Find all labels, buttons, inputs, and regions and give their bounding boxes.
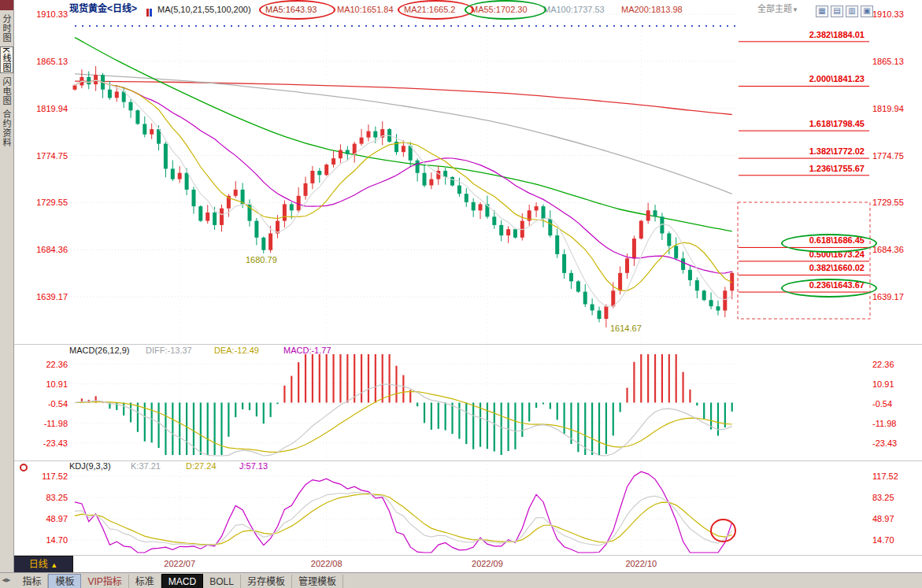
- y-axis-label: 10.91: [872, 379, 918, 390]
- y-axis-label: -23.43: [22, 438, 68, 449]
- ma-value-2: MA10:1651.84: [337, 5, 394, 15]
- fib-level-label-4: 1.236\1755.67: [739, 164, 865, 174]
- toolbar-tab-2[interactable]: 模板: [48, 574, 81, 588]
- ma-value-1: MA5:1643.93: [265, 5, 317, 15]
- sidebar-tab-3[interactable]: 闪电图: [1, 77, 13, 105]
- macd-value-1: DEA:-12.49: [214, 346, 259, 356]
- tab-scroll-buttons[interactable]: ◀▶: [0, 573, 13, 583]
- macd-indicator-title: MACD(26,12,9): [69, 346, 129, 356]
- swing-low-label-september: 1614.67: [610, 324, 642, 334]
- sidebar-tab-4[interactable]: 合约资料: [1, 109, 13, 147]
- x-axis-date-label: 2022/09: [468, 559, 506, 569]
- y-axis-label: 14.70: [22, 535, 68, 545]
- y-axis-label: 14.70: [872, 535, 918, 545]
- kdj-indicator-title: KDJ(9,3,3): [69, 461, 111, 472]
- fib-level-label-0: 2.382\1884.01: [739, 30, 865, 40]
- y-axis-label: 1865.13: [872, 57, 918, 67]
- layout-rows-icon[interactable]: ▤: [831, 6, 843, 17]
- macd-panel[interactable]: [71, 354, 737, 457]
- macd-value-0: DIFF:-13.37: [146, 346, 192, 356]
- toolbar-tab-7[interactable]: 另存模板: [241, 575, 292, 588]
- y-axis-label: 1729.55: [22, 198, 68, 208]
- fib-level-label-6: 0.500\1673.24: [739, 250, 865, 260]
- x-axis-date-label: 2022/08: [308, 559, 346, 569]
- y-axis-label: 1639.17: [872, 292, 918, 302]
- theme-selector-button[interactable]: 全部主题▼: [757, 4, 798, 15]
- chart-type-icon[interactable]: [146, 6, 156, 14]
- x-axis-date-label: 2022/07: [161, 559, 198, 569]
- y-axis-label: 22.36: [872, 360, 918, 370]
- period-selector-button[interactable]: 日线 ▲: [13, 556, 73, 574]
- y-axis-label: 1684.36: [872, 245, 918, 255]
- y-axis-label: 1639.17: [22, 292, 68, 302]
- sidebar-tab-2[interactable]: K线图: [0, 46, 13, 73]
- y-axis-label: 1819.94: [22, 104, 68, 114]
- layout-columns-icon[interactable]: ▥: [846, 6, 858, 17]
- trading-app-window: 分时图K线图闪电图合约资料 现货黄金<日线> MA(5,10,21,55,100…: [0, 0, 922, 588]
- left-sidebar: 分时图K线图闪电图合约资料: [0, 0, 14, 572]
- kdj-value-1: D:27.24: [186, 461, 217, 472]
- toolbar-tab-5[interactable]: MACD: [161, 574, 203, 588]
- y-axis-label: 117.52: [872, 472, 918, 482]
- ma-value-6: MA200:1813.98: [621, 5, 683, 15]
- panel-divider: [13, 344, 922, 345]
- indicator-icon[interactable]: [20, 464, 28, 472]
- y-axis-label: 1774.75: [22, 151, 68, 161]
- fib-level-label-2: 1.618\1798.45: [739, 119, 865, 129]
- y-axis-label: -0.54: [872, 399, 918, 409]
- x-axis-date-label: 2022/10: [622, 559, 660, 569]
- app-logo-icon: [0, 0, 13, 10]
- fib-level-label-5: 0.618\1686.45: [739, 235, 865, 246]
- y-axis-label: 48.97: [22, 514, 68, 524]
- ma-value-5: MA100:1737.53: [543, 5, 605, 15]
- fib-level-label-1: 2.000\1841.23: [739, 74, 865, 84]
- swing-low-label-july: 1680.79: [246, 255, 277, 265]
- panel-divider: [13, 555, 922, 556]
- y-axis-label: 117.52: [22, 472, 68, 482]
- fib-level-label-3: 1.382\1772.02: [739, 146, 865, 157]
- ma-settings-label: MA(5,10,21,55,100,200): [157, 5, 251, 15]
- toolbar-tab-3[interactable]: VIP指标: [81, 575, 128, 588]
- kdj-panel[interactable]: [71, 470, 737, 553]
- toolbar-tab-6[interactable]: BOLL: [203, 575, 241, 588]
- toolbar-tab-8[interactable]: 管理模板: [292, 575, 343, 588]
- y-axis-label: -11.98: [22, 419, 68, 429]
- y-axis-label: 83.25: [872, 493, 918, 503]
- y-axis-label: -23.43: [872, 438, 918, 449]
- chevron-down-icon: ▼: [792, 6, 798, 13]
- y-axis-label: 1774.75: [872, 151, 918, 161]
- y-axis-label: 83.25: [22, 493, 68, 503]
- toolbar-tab-1[interactable]: 指标: [16, 575, 48, 588]
- y-axis-label: 1729.55: [872, 198, 918, 208]
- bottom-toolbar: ◀▶ 指标模板VIP指标标准MACDBOLL另存模板管理模板: [0, 572, 922, 588]
- y-axis-label: -0.54: [22, 399, 68, 409]
- sidebar-tab-1[interactable]: 分时图: [1, 14, 13, 43]
- theme-selector-label: 全部主题: [757, 4, 792, 13]
- triangle-up-icon: ▲: [50, 561, 57, 569]
- kdj-value-2: J:57.13: [239, 461, 268, 472]
- fib-level-label-8: 0.236\1643.67: [739, 280, 865, 290]
- y-axis-label: 1684.36: [22, 245, 68, 255]
- layout-single-icon[interactable]: ▣: [861, 6, 873, 17]
- y-axis-label: 1910.33: [872, 9, 918, 20]
- y-axis-label: 48.97: [872, 514, 918, 524]
- kdj-value-0: K:37.21: [131, 461, 161, 472]
- ma-value-4: MA55:1702.30: [471, 5, 528, 15]
- fib-level-label-7: 0.382\1660.02: [739, 263, 865, 273]
- y-axis-label: -11.98: [872, 419, 918, 429]
- y-axis-label: 1819.94: [872, 104, 918, 114]
- period-label: 日线: [29, 559, 48, 570]
- macd-value-2: MACD:-1.77: [283, 346, 331, 356]
- y-axis-label: 1865.13: [22, 57, 68, 67]
- toolbar-tab-4[interactable]: 标准: [129, 575, 161, 588]
- symbol-title: 现货黄金<日线>: [69, 4, 137, 14]
- layout-grid-icon[interactable]: ▦: [816, 6, 828, 17]
- ma-value-3: MA21:1665.2: [404, 5, 455, 15]
- main-chart-panel[interactable]: [71, 22, 737, 341]
- y-axis-label: 22.36: [22, 360, 68, 370]
- y-axis-label: 10.91: [22, 379, 68, 390]
- layout-buttons: ▦▤▥▣: [816, 2, 876, 17]
- chart-header: 现货黄金<日线> MA(5,10,21,55,100,200) MA5:1643…: [0, 0, 756, 20]
